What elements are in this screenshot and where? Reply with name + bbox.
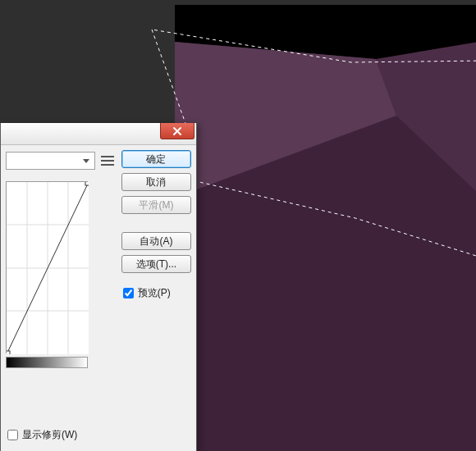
options-button[interactable]: 选项(T)... bbox=[121, 255, 191, 273]
svg-rect-11 bbox=[7, 351, 10, 354]
dialog-body: 显示修剪(W) 确定 取消 平滑(M) 自动(A) 选项(T)... 预览(P) bbox=[1, 145, 196, 451]
artwork bbox=[175, 5, 476, 451]
curve-grid bbox=[7, 182, 89, 354]
curves-dialog: 显示修剪(W) 确定 取消 平滑(M) 自动(A) 选项(T)... 预览(P) bbox=[0, 123, 197, 451]
preset-dropdown[interactable] bbox=[6, 152, 95, 170]
preset-menu-icon[interactable] bbox=[100, 153, 115, 168]
close-button[interactable] bbox=[160, 123, 195, 139]
show-clipping-row[interactable]: 显示修剪(W) bbox=[6, 423, 115, 447]
gradient-bar[interactable] bbox=[6, 357, 88, 368]
auto-button[interactable]: 自动(A) bbox=[121, 232, 191, 250]
canvas-area[interactable] bbox=[175, 5, 476, 451]
svg-rect-12 bbox=[85, 182, 89, 185]
smooth-button: 平滑(M) bbox=[121, 196, 191, 214]
preview-checkbox[interactable] bbox=[123, 288, 134, 298]
show-clipping-checkbox[interactable] bbox=[7, 430, 18, 440]
preset-row bbox=[6, 150, 115, 171]
titlebar[interactable] bbox=[1, 123, 196, 145]
cancel-button[interactable]: 取消 bbox=[121, 173, 191, 191]
close-icon bbox=[172, 126, 182, 136]
show-clipping-label: 显示修剪(W) bbox=[22, 428, 77, 442]
left-pane: 显示修剪(W) bbox=[1, 150, 115, 447]
button-column: 确定 取消 平滑(M) 自动(A) 选项(T)... 预览(P) bbox=[121, 150, 191, 447]
curve-graph[interactable] bbox=[6, 181, 88, 353]
preview-row[interactable]: 预览(P) bbox=[121, 286, 191, 300]
ok-button[interactable]: 确定 bbox=[121, 150, 191, 168]
preview-label: 预览(P) bbox=[138, 286, 171, 300]
